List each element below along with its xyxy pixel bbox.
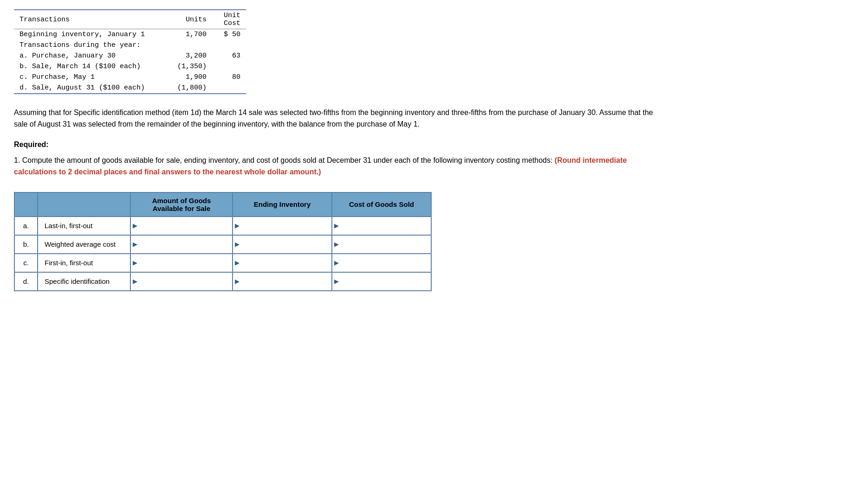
row-input-2-1[interactable]: ▶ bbox=[233, 254, 332, 272]
arrow-icon: ▶ bbox=[235, 259, 240, 266]
row-a-units: 3,200 bbox=[168, 51, 212, 61]
th-method bbox=[38, 192, 130, 217]
row-b-label: b. Sale, March 14 ($100 each) bbox=[14, 61, 168, 72]
row-c-label: c. Purchase, May 1 bbox=[14, 72, 168, 83]
table-row: Beginning inventory, January 1 1,700 $ 5… bbox=[14, 29, 246, 40]
arrow-icon: ▶ bbox=[133, 241, 137, 248]
row-a-label: a. Purchase, January 30 bbox=[14, 51, 168, 61]
transactions-table: Transactions Units Unit Cost Beginning i… bbox=[14, 9, 246, 94]
answer-table-wrapper: Amount of Goods Available for Sale Endin… bbox=[14, 192, 854, 291]
row-d-cost bbox=[212, 83, 246, 94]
row-method-1: Weighted average cost bbox=[38, 235, 130, 254]
row-d-units: (1,800) bbox=[168, 83, 212, 94]
answer-input-3-0[interactable] bbox=[137, 276, 232, 286]
row-transactions-units bbox=[168, 40, 212, 51]
row-method-2: First-in, first-out bbox=[38, 254, 130, 272]
row-a-cost: 63 bbox=[212, 51, 246, 61]
unit-cost-line1: Unit bbox=[224, 12, 240, 19]
answer-input-1-2[interactable] bbox=[339, 239, 431, 249]
arrow-icon: ▶ bbox=[334, 259, 339, 266]
th-empty-1 bbox=[14, 192, 38, 217]
answer-input-0-2[interactable] bbox=[339, 221, 431, 230]
row-b-cost bbox=[212, 61, 246, 72]
answer-input-1-0[interactable] bbox=[137, 239, 232, 249]
row-input-1-0[interactable]: ▶ bbox=[130, 235, 233, 254]
answer-input-3-2[interactable] bbox=[339, 276, 431, 286]
table-row: b. Sale, March 14 ($100 each) (1,350) bbox=[14, 61, 246, 72]
arrow-icon: ▶ bbox=[133, 259, 137, 266]
row-index-0: a. bbox=[14, 217, 38, 235]
row-input-3-0[interactable]: ▶ bbox=[130, 272, 233, 291]
row-method-3: Specific identification bbox=[38, 272, 130, 291]
arrow-icon: ▶ bbox=[334, 222, 339, 229]
answer-table-row: d.Specific identification▶▶▶ bbox=[14, 272, 431, 291]
row-transactions-label: Transactions during the year: bbox=[14, 40, 168, 51]
arrow-icon: ▶ bbox=[133, 278, 137, 285]
table-row: c. Purchase, May 1 1,900 80 bbox=[14, 72, 246, 83]
row-transactions-cost bbox=[212, 40, 246, 51]
row-b-units: (1,350) bbox=[168, 61, 212, 72]
instruction-paragraph: 1. Compute the amount of goods available… bbox=[14, 154, 664, 178]
row-input-2-2[interactable]: ▶ bbox=[332, 254, 431, 272]
unit-cost-line2: Cost bbox=[224, 19, 240, 27]
arrow-icon: ▶ bbox=[235, 241, 240, 248]
answer-table: Amount of Goods Available for Sale Endin… bbox=[14, 192, 432, 291]
arrow-icon: ▶ bbox=[235, 222, 240, 229]
answer-table-row: a.Last-in, first-out▶▶▶ bbox=[14, 217, 431, 235]
col-unit-cost-header: Unit Cost bbox=[212, 10, 246, 29]
row-input-1-1[interactable]: ▶ bbox=[233, 235, 332, 254]
answer-table-row: c.First-in, first-out▶▶▶ bbox=[14, 254, 431, 272]
arrow-icon: ▶ bbox=[334, 278, 339, 285]
col-transactions-header: Transactions bbox=[14, 10, 168, 29]
row-method-0: Last-in, first-out bbox=[38, 217, 130, 235]
table-row: a. Purchase, January 30 3,200 63 bbox=[14, 51, 246, 61]
row-input-0-2[interactable]: ▶ bbox=[332, 217, 431, 235]
answer-table-row: b.Weighted average cost▶▶▶ bbox=[14, 235, 431, 254]
answer-table-header-row: Amount of Goods Available for Sale Endin… bbox=[14, 192, 431, 217]
answer-input-2-0[interactable] bbox=[137, 258, 232, 268]
row-input-1-2[interactable]: ▶ bbox=[332, 235, 431, 254]
arrow-icon: ▶ bbox=[235, 278, 240, 285]
row-index-1: b. bbox=[14, 235, 38, 254]
row-input-2-0[interactable]: ▶ bbox=[130, 254, 233, 272]
answer-input-3-1[interactable] bbox=[240, 276, 331, 286]
table-header-row: Transactions Units Unit Cost bbox=[14, 10, 246, 29]
row-beginning-units: 1,700 bbox=[168, 29, 212, 40]
row-beginning-label: Beginning inventory, January 1 bbox=[14, 29, 168, 40]
answer-input-0-1[interactable] bbox=[240, 221, 331, 230]
answer-input-0-0[interactable] bbox=[137, 221, 232, 230]
row-c-units: 1,900 bbox=[168, 72, 212, 83]
row-index-3: d. bbox=[14, 272, 38, 291]
answer-input-2-1[interactable] bbox=[240, 258, 331, 268]
arrow-icon: ▶ bbox=[133, 222, 137, 229]
row-d-label: d. Sale, August 31 ($100 each) bbox=[14, 83, 168, 94]
table-row-last: d. Sale, August 31 ($100 each) (1,800) bbox=[14, 83, 246, 94]
row-input-0-0[interactable]: ▶ bbox=[130, 217, 233, 235]
col-units-header: Units bbox=[168, 10, 212, 29]
th-ending: Ending Inventory bbox=[233, 192, 332, 217]
th-goods: Amount of Goods Available for Sale bbox=[130, 192, 233, 217]
description-paragraph: Assuming that for Specific identificatio… bbox=[14, 107, 664, 130]
arrow-icon: ▶ bbox=[334, 241, 339, 248]
table-row: Transactions during the year: bbox=[14, 40, 246, 51]
answer-input-2-2[interactable] bbox=[339, 258, 431, 268]
th-cogs: Cost of Goods Sold bbox=[332, 192, 431, 217]
row-c-cost: 80 bbox=[212, 72, 246, 83]
instruction-plain: 1. Compute the amount of goods available… bbox=[14, 156, 555, 164]
row-input-0-1[interactable]: ▶ bbox=[233, 217, 332, 235]
answer-input-1-1[interactable] bbox=[240, 239, 331, 249]
row-index-2: c. bbox=[14, 254, 38, 272]
row-beginning-cost: $ 50 bbox=[212, 29, 246, 40]
row-input-3-2[interactable]: ▶ bbox=[332, 272, 431, 291]
required-label: Required: bbox=[14, 141, 854, 149]
row-input-3-1[interactable]: ▶ bbox=[233, 272, 332, 291]
